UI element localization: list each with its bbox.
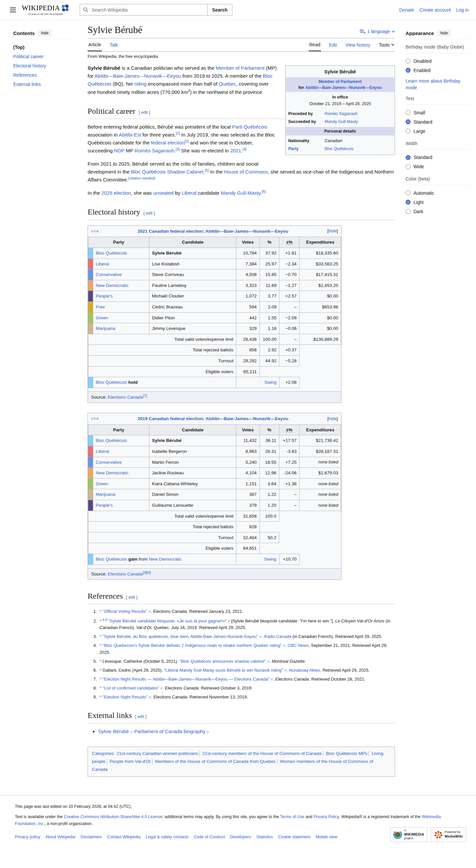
category-link[interactable]: Bloc Québécois MPs [326, 751, 367, 756]
backref-letter-link[interactable]: b [105, 618, 107, 621]
learn-more-link[interactable]: Learn more about Birthday mode [406, 78, 462, 91]
tab-tools[interactable]: Tools [378, 38, 395, 51]
edit-link[interactable]: edit [129, 595, 135, 599]
external-link[interactable]: "Sylvie Bérubé, du Bloc québécois, élue … [102, 634, 261, 639]
backref-caret-link[interactable]: ^ [99, 618, 101, 623]
hamburger-menu-icon[interactable] [10, 8, 16, 12]
wiki-link[interactable]: federal election [151, 140, 185, 146]
wiki-link[interactable]: Radio Canada [264, 634, 291, 639]
backref-caret-link[interactable]: ^ [99, 694, 101, 700]
party-link[interactable]: Conservative [96, 460, 122, 465]
radio-option-enabled[interactable]: Enabled [406, 66, 469, 75]
tab-article[interactable]: Article [88, 38, 102, 51]
appearance-hide-button[interactable]: hide [437, 30, 451, 36]
radio-unchecked-icon[interactable] [406, 59, 411, 63]
radio-option-light[interactable]: Light [406, 198, 469, 207]
external-link[interactable]: "Election Night Results — Abitibi—Baie-J… [102, 677, 273, 682]
wiki-link[interactable]: House of Commons [224, 169, 268, 175]
wiki-link[interactable]: Bloc Québécois [96, 557, 127, 562]
party-link[interactable]: People's [96, 503, 113, 508]
footer-link-cookie-statement[interactable]: Cookie statement [278, 835, 310, 839]
wiki-link[interactable]: Party [288, 147, 298, 151]
edit-link[interactable]: edit [146, 211, 152, 216]
wiki-link[interactable]: Privacy Policy [314, 814, 339, 819]
party-link[interactable]: Bloc Québécois [96, 438, 127, 443]
wiki-link[interactable]: Parti Québécois [232, 124, 267, 130]
vte-link[interactable]: v [91, 229, 93, 233]
wiki-link[interactable]: CBC News [288, 643, 309, 648]
footer-link-privacy-policy[interactable]: Privacy policy [15, 835, 40, 839]
party-link[interactable]: Liberal [96, 261, 109, 267]
external-link[interactable]: "Bloc Québécois announces shadow cabinet… [180, 659, 269, 664]
wiki-link[interactable]: Creative Commons Attribution-ShareAlike … [64, 814, 162, 819]
party-link[interactable]: Green [96, 315, 108, 320]
swing-link[interactable]: Swing [264, 380, 277, 385]
radio-unchecked-icon[interactable] [406, 129, 411, 133]
party-link[interactable]: Bloc Québécois [96, 251, 127, 255]
toc-link[interactable]: External links [13, 82, 81, 87]
powered-by-mediawiki-badge[interactable]: Powered by MediaWiki [431, 827, 466, 842]
party-link[interactable]: Marijuana [96, 492, 115, 497]
radio-option-automatic[interactable]: Automatic [406, 188, 469, 198]
riding-link[interactable]: Abitibi—Baie-James—Nunavik—Eeyou [305, 85, 382, 90]
toc-link[interactable]: Political career [13, 54, 81, 59]
wikipedia-logo[interactable]: WIKIPEDIA 25 years of the free encyclope… [22, 4, 69, 16]
radio-unchecked-icon[interactable] [406, 190, 411, 195]
external-link[interactable]: "Official Voting Results" [102, 609, 151, 614]
footer-link-legal-safety-contacts[interactable]: Legal & safety contacts [146, 835, 188, 839]
party-link[interactable]: Conservative [96, 272, 122, 277]
citation-ref-link[interactable]: [citation needed] [128, 176, 155, 180]
footer-link-code-of-conduct[interactable]: Code of Conduct [194, 835, 225, 839]
external-link[interactable]: "Liberal Mandy Gull-Masty ousts Bérubé t… [164, 668, 287, 673]
party-link[interactable]: Liberal [96, 449, 109, 454]
category-link[interactable]: Members of the House of Commons of Canad… [155, 759, 276, 764]
wiki-link[interactable]: 2025 election [101, 190, 131, 196]
radio-option-small[interactable]: Small [406, 108, 469, 117]
citation-ref-link[interactable]: [4] [243, 147, 247, 151]
riding-link[interactable]: Abitibi—Baie-James—Nunavik—Eeyou [205, 229, 288, 234]
backref-caret-link[interactable]: ^ [99, 677, 101, 682]
wiki-link[interactable]: Nunatsiaq News [289, 668, 320, 673]
wiki-link[interactable]: Mandy Gull-Masty [325, 119, 358, 124]
election-link[interactable]: 2019 Canadian federal election [137, 416, 203, 421]
wiki-link[interactable]: Elections Canada [108, 395, 143, 400]
wiki-link[interactable]: Abitibi—Baie-James—Nunavik—Eeyou [95, 73, 181, 79]
external-link[interactable]: "Sylvie Bérubé candidate bloquiste: «Je … [108, 618, 230, 623]
search-button[interactable]: Search [207, 4, 232, 15]
toc-link[interactable]: References [13, 72, 81, 78]
footer-link-disclaimers[interactable]: Disclaimers [81, 835, 102, 839]
radio-checked-icon[interactable] [406, 199, 411, 205]
radio-option-large[interactable]: Large [406, 127, 469, 136]
toc-link[interactable]: Electoral history [13, 63, 81, 68]
citation-ref-link[interactable]: [5] [204, 168, 209, 172]
category-link[interactable]: 21st-century Canadian women politicians [117, 751, 198, 756]
backref-caret-link[interactable]: ^ [99, 634, 101, 639]
language-button[interactable]: A 1 language [360, 29, 395, 35]
office-link[interactable]: Member of Parliament [319, 79, 362, 84]
categories-link[interactable]: Categories [92, 751, 114, 756]
category-link[interactable]: People from Val-d'Or [110, 759, 151, 764]
toc-link[interactable]: (Top) [13, 44, 81, 50]
footer-link-developers[interactable]: Developers [230, 835, 251, 839]
radio-unchecked-icon[interactable] [406, 110, 411, 115]
hide-link[interactable]: hide [328, 416, 337, 421]
hide-link[interactable]: hide [328, 228, 337, 234]
footer-link-contact-wikipedia[interactable]: Contact Wikipedia [107, 835, 140, 839]
create-account-link[interactable]: Create account [419, 7, 451, 12]
backref-caret-link[interactable]: ^ [99, 643, 101, 648]
wiki-link[interactable]: Elections Canada [108, 571, 143, 577]
radio-checked-icon[interactable] [406, 155, 411, 160]
radio-option-disabled[interactable]: Disabled [406, 57, 469, 66]
radio-unchecked-icon[interactable] [406, 209, 411, 214]
wiki-link[interactable]: Roméo Saganash [325, 112, 358, 116]
citation-ref-link[interactable]: [2] [176, 131, 180, 135]
backref-caret-link[interactable]: ^ [99, 686, 101, 690]
party-link[interactable]: Green [96, 481, 108, 486]
donate-link[interactable]: Donate [399, 7, 414, 12]
wiki-link[interactable]: Abitibi-Est [119, 132, 141, 137]
footer-link-about-wikipedia[interactable]: About Wikipedia [45, 835, 75, 839]
tab-read[interactable]: Read [309, 38, 321, 51]
wiki-link[interactable]: Member of Parliament [216, 65, 265, 71]
wiki-link[interactable]: New Democratic [149, 557, 182, 562]
footer-link-mobile-view[interactable]: Mobile view [316, 835, 337, 839]
